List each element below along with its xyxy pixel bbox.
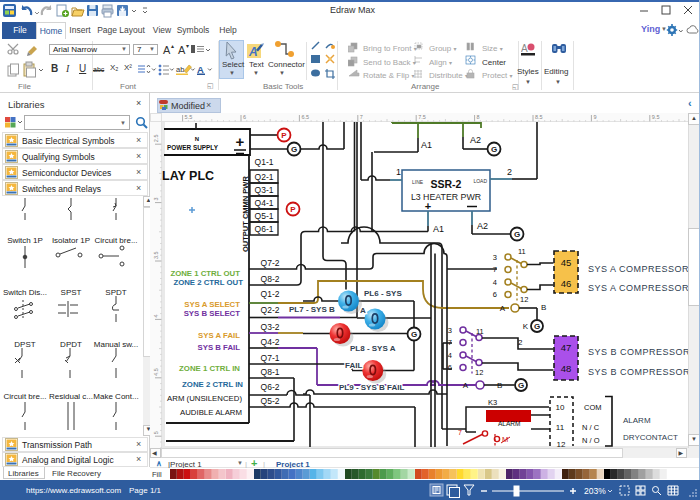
svg-text:SYS B COMPRESSOR L: SYS B COMPRESSOR L	[588, 347, 688, 357]
svg-text:6: 6	[493, 290, 497, 299]
svg-text:SYS A SELECT: SYS A SELECT	[184, 300, 240, 309]
svg-text:3.5: 3.5	[153, 251, 159, 259]
svg-text:FAIL: FAIL	[345, 361, 362, 370]
svg-text:L3 HEATER PWR: L3 HEATER PWR	[411, 192, 481, 202]
svg-text:ARM (UNSILENCED): ARM (UNSILENCED)	[167, 394, 242, 403]
svg-text:4: 4	[153, 314, 159, 317]
svg-text:Q4-1: Q4-1	[255, 198, 274, 208]
svg-text:Q4-2: Q4-2	[261, 337, 280, 347]
svg-text:PL9 - SYS B FAIL: PL9 - SYS B FAIL	[339, 383, 404, 392]
svg-text:AUDIBLE ALARM: AUDIBLE ALARM	[180, 408, 242, 417]
svg-text:ALARM: ALARM	[623, 416, 651, 425]
svg-text:POWER SUPPLY: POWER SUPPLY	[167, 144, 219, 151]
svg-text:Q8-1: Q8-1	[261, 367, 280, 377]
svg-text:6.5: 6.5	[301, 114, 309, 120]
svg-text:6: 6	[448, 363, 452, 372]
svg-text:B: B	[497, 381, 502, 390]
svg-text:G: G	[411, 330, 417, 339]
svg-text:3: 3	[448, 326, 452, 335]
svg-text:4.5: 4.5	[153, 368, 159, 376]
svg-text:5: 5	[153, 431, 159, 434]
svg-text:+: +	[236, 133, 245, 150]
svg-text:203%: 203%	[584, 486, 606, 496]
svg-text:Q1-2: Q1-2	[261, 289, 280, 299]
svg-text:Q1-1: Q1-1	[255, 157, 274, 167]
svg-text:PL8 - SYS A: PL8 - SYS A	[350, 344, 396, 353]
svg-text:G: G	[491, 145, 497, 154]
svg-text:7.5: 7.5	[418, 114, 426, 120]
svg-text:A: A	[248, 45, 258, 59]
svg-text:48: 48	[561, 363, 572, 374]
svg-text:COM: COM	[584, 403, 602, 412]
svg-text:A1: A1	[433, 224, 444, 234]
svg-text:4: 4	[493, 278, 497, 287]
svg-text:Q5-2: Q5-2	[261, 396, 280, 406]
svg-text:3: 3	[153, 198, 159, 201]
svg-text:11: 11	[518, 247, 526, 256]
svg-text:LAY PLC: LAY PLC	[162, 169, 214, 183]
svg-text:11: 11	[556, 423, 565, 432]
svg-text:6: 6	[243, 114, 246, 120]
svg-text:G: G	[514, 230, 520, 239]
svg-text:A: A	[360, 306, 366, 315]
svg-text:Q6-2: Q6-2	[261, 382, 280, 392]
svg-text:8: 8	[477, 114, 480, 120]
svg-text:DRYCONTACT: DRYCONTACT	[623, 433, 678, 442]
svg-text:A: A	[163, 44, 171, 56]
svg-text:ZONE 1 CTRL OUT: ZONE 1 CTRL OUT	[170, 269, 240, 278]
svg-text:SYS A COMPRESSOR L: SYS A COMPRESSOR L	[588, 264, 688, 274]
svg-text:N / O: N / O	[582, 436, 600, 445]
svg-text:ZONE 1 CTRL IN: ZONE 1 CTRL IN	[179, 364, 240, 373]
svg-text:2: 2	[507, 167, 512, 177]
svg-text:PL6 - SYS: PL6 - SYS	[364, 289, 402, 298]
svg-text:ZONE 2 CTRL IN: ZONE 2 CTRL IN	[182, 380, 243, 389]
svg-text:SYS B FAIL: SYS B FAIL	[198, 343, 241, 352]
svg-text:4: 4	[448, 351, 452, 360]
svg-text:9.5: 9.5	[652, 114, 660, 120]
svg-text:LINE: LINE	[412, 179, 424, 185]
svg-text:Q3-2: Q3-2	[261, 322, 280, 332]
svg-text:▴: ▴	[171, 43, 174, 49]
svg-text:2: 2	[518, 338, 523, 347]
svg-text:47: 47	[561, 342, 572, 353]
svg-text:SYS B COMPRESSOR L: SYS B COMPRESSOR L	[588, 367, 688, 377]
svg-text:1: 1	[396, 167, 401, 177]
svg-text:3: 3	[493, 253, 497, 262]
svg-text:A: A	[463, 381, 469, 390]
svg-text:G: G	[518, 381, 524, 390]
svg-text:B: B	[541, 303, 546, 312]
svg-text:Q3-1: Q3-1	[255, 185, 274, 195]
svg-text:SSR-2: SSR-2	[431, 178, 462, 190]
svg-text:A: A	[521, 43, 528, 54]
svg-text:A2: A2	[470, 135, 481, 145]
svg-text:ZONE 2 CTRL OUT: ZONE 2 CTRL OUT	[173, 278, 243, 287]
svg-text:ALARM: ALARM	[498, 420, 520, 427]
svg-text:PL7 - SYS B: PL7 - SYS B	[289, 305, 335, 314]
svg-text:12: 12	[557, 440, 566, 448]
svg-text:SYS A FAIL: SYS A FAIL	[198, 331, 240, 340]
svg-text:8.5: 8.5	[535, 114, 543, 120]
svg-text:SYS B SELECT: SYS B SELECT	[184, 309, 241, 318]
svg-text:K3: K3	[488, 398, 497, 407]
svg-text:G: G	[534, 322, 540, 331]
svg-text:A2: A2	[477, 221, 488, 231]
svg-text:M: M	[502, 435, 508, 444]
svg-text:P: P	[281, 131, 287, 140]
svg-text:45: 45	[561, 257, 572, 268]
svg-text:A: A	[500, 304, 506, 313]
svg-text:Q6-1: Q6-1	[255, 224, 274, 234]
svg-text:ab: ab	[176, 65, 184, 74]
svg-text:46: 46	[561, 278, 572, 289]
svg-text:A: A	[197, 64, 204, 75]
svg-text:11: 11	[476, 327, 484, 336]
svg-text:K: K	[523, 322, 529, 331]
svg-text:A1: A1	[421, 140, 432, 150]
svg-text:Q2-1: Q2-1	[255, 172, 274, 182]
svg-text:▾: ▾	[186, 43, 189, 49]
svg-text:Q2-2: Q2-2	[261, 305, 280, 315]
svg-text:10: 10	[556, 403, 565, 412]
svg-text:N: N	[195, 136, 199, 142]
svg-text:Q8-2: Q8-2	[261, 274, 280, 284]
svg-text:+: +	[425, 200, 431, 212]
svg-text:SYS A COMPRESSOR L: SYS A COMPRESSOR L	[588, 283, 688, 293]
